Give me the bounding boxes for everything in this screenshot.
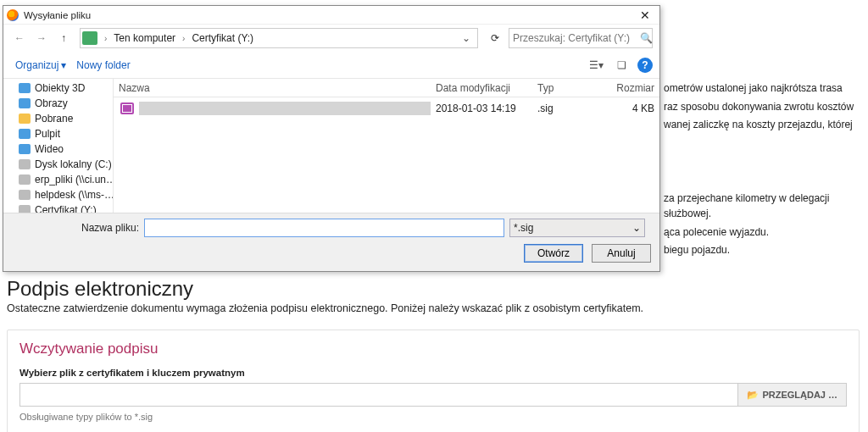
- tree-item-drive-c[interactable]: Dysk lokalny (C:): [3, 157, 113, 172]
- list-view-icon: ☰▾: [589, 59, 604, 71]
- chevron-down-icon[interactable]: ⌄: [457, 32, 476, 44]
- tree-item-pictures[interactable]: Obrazy: [3, 96, 113, 111]
- network-drive-icon: [19, 190, 31, 200]
- preview-pane-icon: ❏: [617, 59, 626, 71]
- drive-icon: [19, 205, 31, 213]
- tree-item-3d-objects[interactable]: Obiekty 3D: [3, 80, 113, 96]
- refresh-button[interactable]: ⟳: [485, 32, 505, 44]
- folder-open-icon: 📂: [747, 390, 759, 401]
- background-document-text: ometrów ustalonej jako najkrótsza trasa …: [664, 80, 860, 261]
- file-size-cell: 4 KB: [600, 102, 659, 114]
- computer-icon: [82, 31, 97, 45]
- sig-file-icon: [120, 102, 134, 114]
- network-drive-icon: [19, 174, 31, 185]
- col-type[interactable]: Typ: [532, 82, 600, 94]
- tree-item-drive-y[interactable]: Certyfikat (Y:): [3, 202, 113, 213]
- search-icon: 🔍: [640, 32, 653, 44]
- nav-forward-button: →: [32, 29, 51, 47]
- help-button[interactable]: ?: [637, 58, 653, 73]
- filename-input[interactable]: [144, 219, 504, 237]
- signature-panel: Wczytywanie podpisu Wybierz plik z certy…: [7, 330, 860, 432]
- close-button[interactable]: ✕: [634, 8, 656, 22]
- dialog-nav: ← → ↑ › Ten komputer › Certyfikat (Y:) ⌄…: [3, 25, 659, 52]
- file-field-label: Wybierz plik z certyfikatem i kluczem pr…: [19, 368, 847, 378]
- tree-item-downloads[interactable]: Pobrane: [3, 111, 113, 126]
- firefox-icon: [7, 9, 19, 21]
- folder-tree[interactable]: Obiekty 3D Obrazy Pobrane Pulpit Wideo D…: [3, 79, 114, 213]
- cancel-button[interactable]: Anuluj: [592, 244, 651, 263]
- supported-types-hint: Obsługiwane typy plików to *.sig: [19, 412, 847, 422]
- signature-section: Podpis elektroniczny Ostateczne zatwierd…: [7, 277, 860, 432]
- chevron-right-icon: ›: [179, 34, 188, 43]
- col-modified[interactable]: Data modyfikacji: [431, 82, 532, 94]
- dialog-footer: Nazwa pliku: *.sig ⌄ Otwórz Anuluj: [3, 213, 659, 271]
- search-box[interactable]: 🔍: [509, 28, 653, 48]
- page-title: Podpis elektroniczny: [7, 277, 860, 301]
- panel-heading: Wczytywanie podpisu: [19, 341, 847, 357]
- arrow-up-icon: ↑: [61, 32, 66, 44]
- help-icon: ?: [642, 59, 648, 71]
- chevron-right-icon: ›: [101, 34, 110, 43]
- folder-icon: [19, 144, 31, 154]
- folder-icon: [19, 129, 31, 139]
- folder-icon: [19, 83, 31, 93]
- nav-up-button[interactable]: ↑: [54, 29, 73, 47]
- drive-icon: [19, 159, 31, 169]
- preview-pane-button[interactable]: ❏: [612, 57, 631, 74]
- crumb-this-pc[interactable]: Ten komputer: [110, 32, 179, 44]
- open-button[interactable]: Otwórz: [524, 244, 583, 263]
- col-size[interactable]: Rozmiar: [600, 82, 659, 94]
- organize-menu[interactable]: Organizuj▾: [10, 59, 71, 71]
- chevron-down-icon: ▾: [61, 59, 66, 71]
- page-subtitle: Ostateczne zatwierdzenie dokumentu wymag…: [7, 302, 860, 314]
- file-type-cell: .sig: [532, 102, 600, 114]
- file-name-cell[interactable]: [139, 102, 431, 115]
- tree-item-desktop[interactable]: Pulpit: [3, 126, 113, 141]
- filename-label: Nazwa pliku:: [12, 222, 139, 234]
- col-name[interactable]: Nazwa: [114, 82, 431, 94]
- file-row[interactable]: 2018-01-03 14:19 .sig 4 KB: [114, 99, 659, 118]
- folder-icon: [19, 98, 31, 108]
- tree-item-net-helpdesk[interactable]: helpdesk (\\ms-…: [3, 187, 113, 202]
- file-type-filter[interactable]: *.sig ⌄: [509, 219, 645, 237]
- dialog-title: Wysyłanie pliku: [24, 10, 634, 20]
- view-mode-button[interactable]: ☰▾: [587, 57, 605, 74]
- tree-item-net-erp[interactable]: erp_pliki (\\ci.un…: [3, 172, 113, 187]
- arrow-right-icon: →: [36, 32, 47, 44]
- dialog-titlebar: Wysyłanie pliku ✕: [3, 6, 659, 25]
- file-modified-cell: 2018-01-03 14:19: [431, 102, 532, 114]
- nav-back-button[interactable]: ←: [10, 29, 29, 47]
- file-list: Nazwa Data modyfikacji Typ Rozmiar 2018-…: [114, 79, 659, 213]
- folder-icon: [19, 114, 31, 124]
- refresh-icon: ⟳: [491, 32, 499, 44]
- tree-item-videos[interactable]: Wideo: [3, 141, 113, 157]
- browse-button[interactable]: 📂 PRZEGLĄDAJ …: [738, 383, 847, 407]
- chevron-down-icon: ⌄: [632, 222, 641, 234]
- certificate-file-input[interactable]: [19, 383, 738, 407]
- dialog-toolbar: Organizuj▾ Nowy folder ☰▾ ❏ ?: [3, 52, 659, 79]
- search-input[interactable]: [513, 32, 640, 44]
- breadcrumb[interactable]: › Ten komputer › Certyfikat (Y:) ⌄: [80, 28, 478, 48]
- crumb-drive[interactable]: Certyfikat (Y:): [188, 32, 257, 44]
- column-headers[interactable]: Nazwa Data modyfikacji Typ Rozmiar: [114, 79, 659, 97]
- arrow-left-icon: ←: [14, 32, 25, 44]
- new-folder-button[interactable]: Nowy folder: [71, 59, 135, 71]
- file-open-dialog: Wysyłanie pliku ✕ ← → ↑ › Ten komputer ›…: [3, 5, 660, 272]
